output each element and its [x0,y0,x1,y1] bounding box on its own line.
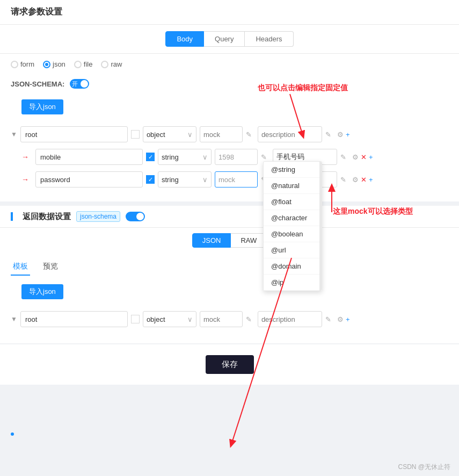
arrow-mobile: → [21,153,29,161]
tab-query[interactable]: Query [204,31,245,47]
radio-json[interactable]: json [43,60,65,68]
radio-circle-file [74,61,82,68]
schema-row: JSON-SCHEMA: 开 [0,75,459,93]
tab-body[interactable]: Body [165,31,204,47]
save-section: 保存 [0,344,459,385]
arrow-password: → [21,175,29,184]
body-type-radios: form json file raw [0,54,459,75]
sub-tab-template[interactable]: 模板 [11,258,30,276]
return-desc-input-root[interactable] [258,311,322,327]
checkbox-root[interactable] [131,130,140,139]
section-title: 请求参数设置 [0,0,459,25]
return-mock-input-root[interactable] [200,311,243,327]
gear-icon-mobile[interactable]: ⚙ [352,153,359,161]
dropdown-item-domain[interactable]: @domain [264,258,322,275]
return-header: 返回数据设置 json-schema [0,206,459,228]
dropdown-item-string[interactable]: @string [264,162,322,178]
radio-file[interactable]: file [74,60,93,68]
delete-icon-password[interactable]: ✕ [361,176,367,184]
tab-raw[interactable]: RAW [231,233,267,248]
return-field-root[interactable] [20,311,128,327]
type-select-password[interactable]: string ∨ [158,171,212,187]
json-raw-tab-bar: JSON RAW [0,228,459,253]
return-toggle-knob [136,213,144,220]
return-table: ▼ object ∨ ✎ ✎ ⚙ + [0,308,459,343]
desc-edit-mobile[interactable]: ✎ [340,153,349,161]
type-select-mobile[interactable]: string ∨ [158,149,212,165]
gear-icon-root[interactable]: ⚙ [337,131,344,139]
desc-edit-password[interactable]: ✎ [340,176,349,184]
scroll-indicator [319,162,322,291]
return-plus-icon-root[interactable]: + [346,315,350,323]
radio-circle-form [11,61,18,68]
plus-icon-mobile[interactable]: + [369,153,373,161]
table-row-return-root: ▼ object ∨ ✎ ✎ ⚙ + [11,308,448,330]
mock-type-dropdown[interactable]: @string @natural @float @character @bool… [263,161,322,291]
radio-circle-json [43,61,50,68]
return-action-icons-root: ⚙ + [337,315,350,323]
action-icons-root: ⚙ + [337,131,350,139]
dropdown-item-natural[interactable]: @natural [264,178,322,194]
row-toggle[interactable]: ▼ [11,131,17,138]
import-json-btn[interactable]: 导入json [21,99,63,114]
sub-tab-bar: 模板 预览 [0,253,459,276]
return-edit-icon-root[interactable]: ✎ [246,315,254,323]
return-import-json-btn[interactable]: 导入json [21,284,63,299]
return-row-toggle[interactable]: ▼ [11,315,17,323]
delete-icon-mobile[interactable]: ✕ [361,153,367,161]
dropdown-item-character[interactable]: @character [264,210,322,226]
mock-input-root[interactable] [200,126,243,142]
table-row: → string ∨ ✎ ✎ ⚙ ✕ + [11,168,448,191]
watermark: CSDN @无休止符 [398,463,450,472]
return-schema-toggle[interactable] [126,212,145,221]
return-gear-icon-root[interactable]: ⚙ [337,315,344,323]
desc-edit-root[interactable]: ✎ [325,131,334,139]
dropdown-item-float[interactable]: @float [264,194,322,210]
tab-headers[interactable]: Headers [245,31,293,47]
edit-icon-mobile[interactable]: ✎ [261,153,269,161]
radio-form[interactable]: form [11,60,34,68]
field-name-mobile[interactable] [35,149,143,165]
mock-input-password[interactable] [215,171,258,187]
return-section: 返回数据设置 json-schema JSON RAW 模板 预览 导入json… [0,206,459,343]
gear-icon-password[interactable]: ⚙ [352,176,359,184]
tab-json[interactable]: JSON [192,233,231,248]
radio-circle-raw [101,61,108,68]
save-button[interactable]: 保存 [206,355,254,374]
schema-toggle[interactable]: 开 [70,79,89,89]
request-table: ▼ object ∨ ✎ ✎ ⚙ + → [0,123,459,201]
desc-input-root[interactable] [258,126,322,142]
checkbox-mobile[interactable] [146,153,155,161]
plus-icon-root[interactable]: + [346,131,350,139]
tab-bar: Body Query Headers [0,25,459,54]
return-checkbox-root[interactable] [131,315,140,323]
table-row: ▼ object ∨ ✎ ✎ ⚙ + [11,123,448,146]
toggle-on-label: 开 [72,80,78,88]
dropdown-item-url[interactable]: @url [264,242,322,258]
return-title: 返回数据设置 [23,212,71,222]
type-select-root[interactable]: object ∨ [143,126,196,142]
field-name-password[interactable] [35,171,143,187]
radio-raw[interactable]: raw [101,60,122,68]
title-bar-accent [11,212,13,221]
blue-dot-indicator [11,432,14,436]
checkbox-password[interactable] [146,175,155,184]
dropdown-item-boolean[interactable]: @boolean [264,226,322,242]
json-schema-badge: json-schema [76,211,120,222]
field-name-root[interactable] [20,126,128,142]
return-desc-edit-root[interactable]: ✎ [325,315,334,323]
dropdown-item-ip[interactable]: @ip [264,275,322,291]
toggle-knob [81,80,88,88]
action-icons-mobile: ⚙ ✕ + [352,153,373,161]
plus-icon-password[interactable]: + [369,176,373,184]
return-type-select-root[interactable]: object ∨ [143,311,196,327]
sub-tab-preview[interactable]: 预览 [41,258,60,276]
table-row: → string ∨ ✎ ✎ ⚙ ✕ + [11,146,448,168]
action-icons-password: ⚙ ✕ + [352,176,373,184]
schema-label: JSON-SCHEMA: [11,80,64,88]
mock-input-mobile[interactable] [215,149,258,165]
edit-icon-root[interactable]: ✎ [246,131,254,139]
